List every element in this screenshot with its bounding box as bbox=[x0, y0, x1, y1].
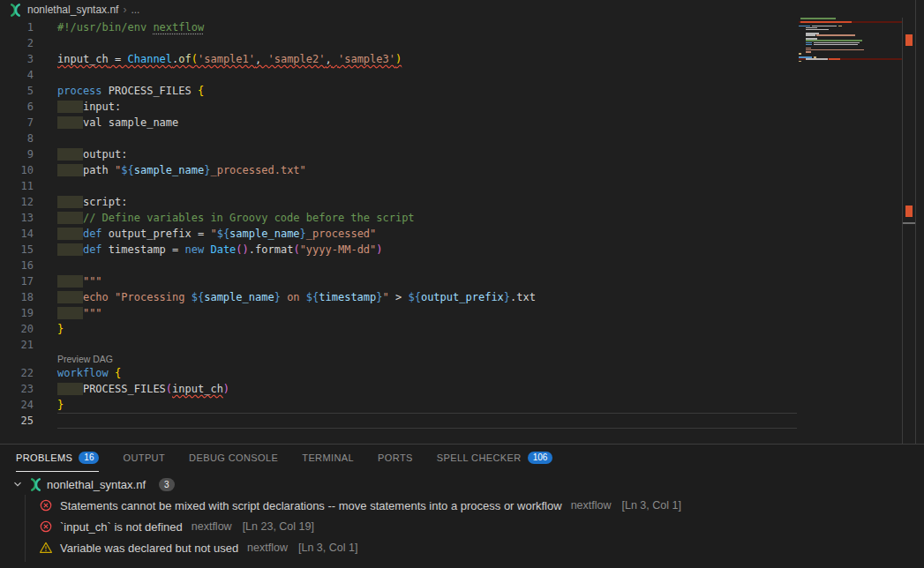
line-number: 3 bbox=[0, 51, 34, 67]
line-number: 11 bbox=[0, 178, 34, 194]
code-line-25[interactable]: 25 bbox=[0, 413, 902, 429]
code-line-7[interactable]: 7 val sample_name bbox=[0, 115, 902, 131]
problems-group-filename: nonlethal_syntax.nf bbox=[47, 478, 146, 491]
line-content: PROCESS_FILES(input_ch) bbox=[57, 381, 229, 397]
code-line-13[interactable]: 13 // Define variables in Groovy code be… bbox=[0, 210, 902, 226]
code-line-8[interactable]: 8 bbox=[0, 131, 902, 146]
minimap-line bbox=[799, 18, 902, 19]
line-number: 2 bbox=[0, 35, 34, 51]
line-number: 10 bbox=[0, 162, 34, 178]
code-line-19[interactable]: 19 """ bbox=[0, 305, 902, 321]
problem-location: [Ln 3, Col 1] bbox=[622, 499, 681, 512]
minimap-line bbox=[799, 21, 902, 23]
panel-tab-label: OUTPUT bbox=[123, 452, 165, 463]
breadcrumb-more[interactable]: ... bbox=[131, 4, 139, 16]
line-number: 19 bbox=[0, 305, 34, 321]
line-content: script: bbox=[57, 194, 127, 210]
problem-message: Variable was declared but not used bbox=[60, 542, 238, 555]
chevron-down-icon[interactable] bbox=[11, 477, 25, 491]
problem-message: Statements cannot be mixed with script d… bbox=[60, 499, 562, 512]
problem-row[interactable]: `input_ch` is not definednextflow[Ln 23,… bbox=[0, 516, 924, 537]
code-line-16[interactable]: 16 bbox=[0, 258, 902, 273]
code-line-21[interactable]: 21 bbox=[0, 337, 902, 353]
problem-row[interactable]: Variable was declared but not usednextfl… bbox=[0, 537, 924, 558]
code-line-17[interactable]: 17 """ bbox=[0, 273, 902, 289]
code-line-3[interactable]: 3input_ch = Channel.of('sample1', 'sampl… bbox=[0, 51, 902, 67]
code-line-22[interactable]: 22workflow { bbox=[0, 365, 902, 381]
line-number: 6 bbox=[0, 99, 34, 115]
line-number: 23 bbox=[0, 381, 34, 397]
overview-ruler-error-marker bbox=[905, 206, 913, 217]
code-line-23[interactable]: 23 PROCESS_FILES(input_ch) bbox=[0, 381, 902, 397]
warning-icon bbox=[39, 541, 53, 555]
breadcrumb-separator: › bbox=[123, 4, 126, 16]
current-line-highlight bbox=[57, 413, 797, 429]
line-number: 15 bbox=[0, 242, 34, 258]
minimap-line bbox=[799, 43, 902, 45]
overview-ruler-error-marker bbox=[905, 34, 913, 46]
breadcrumb: nonlethal_syntax.nf › ... bbox=[0, 0, 924, 19]
panel-tab-label: SPELL CHECKER bbox=[437, 452, 522, 463]
error-icon bbox=[39, 519, 53, 534]
panel-tab-terminal[interactable]: TERMINAL bbox=[302, 445, 354, 472]
breadcrumb-filename[interactable]: nonlethal_syntax.nf bbox=[27, 4, 118, 16]
line-content: #!/usr/bin/env nextflow bbox=[57, 19, 204, 35]
code-line-20[interactable]: 20} bbox=[0, 321, 902, 337]
panel-tab-problems[interactable]: PROBLEMS16 bbox=[16, 445, 99, 472]
panel-tab-debug-console[interactable]: DEBUG CONSOLE bbox=[189, 445, 278, 472]
codelens-preview-dag[interactable]: Preview DAG bbox=[0, 353, 902, 365]
code-line-11[interactable]: 11 bbox=[0, 178, 902, 194]
code-line-10[interactable]: 10 path "${sample_name}_processed.txt" bbox=[0, 162, 902, 178]
minimap-line bbox=[799, 34, 902, 36]
problem-row[interactable]: Statements cannot be mixed with script d… bbox=[0, 495, 924, 516]
line-content: } bbox=[57, 397, 64, 413]
code-line-9[interactable]: 9 output: bbox=[0, 146, 902, 162]
line-number: 7 bbox=[0, 115, 34, 131]
code-line-15[interactable]: 15 def timestamp = new Date().format("yy… bbox=[0, 242, 902, 258]
code-line-1[interactable]: 1#!/usr/bin/env nextflow bbox=[0, 19, 902, 35]
minimap[interactable] bbox=[799, 18, 902, 69]
code-line-5[interactable]: 5process PROCESS_FILES { bbox=[0, 83, 902, 99]
code-area[interactable]: 1#!/usr/bin/env nextflow23input_ch = Cha… bbox=[0, 19, 902, 429]
line-number: 9 bbox=[0, 146, 34, 162]
nextflow-file-icon bbox=[9, 4, 22, 17]
line-number: 12 bbox=[0, 194, 34, 210]
panel-tab-badge: 106 bbox=[528, 452, 553, 464]
line-content: def timestamp = new Date().format("yyyy-… bbox=[57, 242, 383, 258]
code-line-6[interactable]: 6 input: bbox=[0, 99, 902, 115]
line-content: workflow { bbox=[57, 365, 121, 381]
minimap-line bbox=[799, 53, 902, 55]
problems-file-group[interactable]: nonlethal_syntax.nf 3 bbox=[0, 475, 175, 494]
code-line-18[interactable]: 18 echo "Processing ${sample_name} on ${… bbox=[0, 289, 902, 305]
line-number: 16 bbox=[0, 258, 34, 273]
code-line-24[interactable]: 24} bbox=[0, 397, 902, 413]
line-number: 1 bbox=[0, 19, 34, 35]
line-number: 4 bbox=[0, 67, 34, 83]
panel-tab-label: PORTS bbox=[378, 452, 413, 463]
code-line-2[interactable]: 2 bbox=[0, 35, 902, 51]
nextflow-file-icon bbox=[29, 478, 42, 491]
line-content: """ bbox=[57, 305, 102, 321]
panel-tab-spell-checker[interactable]: SPELL CHECKER106 bbox=[437, 445, 553, 472]
panel-tab-output[interactable]: OUTPUT bbox=[123, 445, 165, 472]
line-number: 25 bbox=[0, 413, 34, 429]
panel-tab-label: TERMINAL bbox=[302, 452, 354, 463]
line-number: 21 bbox=[0, 337, 34, 353]
line-content: path "${sample_name}_processed.txt" bbox=[57, 162, 306, 178]
minimap-line bbox=[799, 60, 902, 62]
code-line-14[interactable]: 14 def output_prefix = "${sample_name}_p… bbox=[0, 226, 902, 242]
line-number: 14 bbox=[0, 226, 34, 242]
line-number: 8 bbox=[0, 131, 34, 146]
minimap-line bbox=[799, 29, 902, 31]
line-content: input_ch = Channel.of('sample1', 'sample… bbox=[57, 51, 402, 67]
problem-message: `input_ch` is not defined bbox=[60, 520, 183, 534]
code-line-4[interactable]: 4 bbox=[0, 67, 902, 83]
line-content: val sample_name bbox=[57, 115, 178, 131]
code-line-12[interactable]: 12 script: bbox=[0, 194, 902, 210]
line-number: 17 bbox=[0, 273, 34, 289]
panel-tab-ports[interactable]: PORTS bbox=[378, 445, 413, 472]
line-content: } bbox=[57, 321, 64, 337]
scrollbar-slider-edge[interactable] bbox=[903, 222, 915, 224]
line-number: 20 bbox=[0, 321, 34, 337]
bottom-panel: PROBLEMS16OUTPUTDEBUG CONSOLETERMINALPOR… bbox=[0, 444, 924, 568]
